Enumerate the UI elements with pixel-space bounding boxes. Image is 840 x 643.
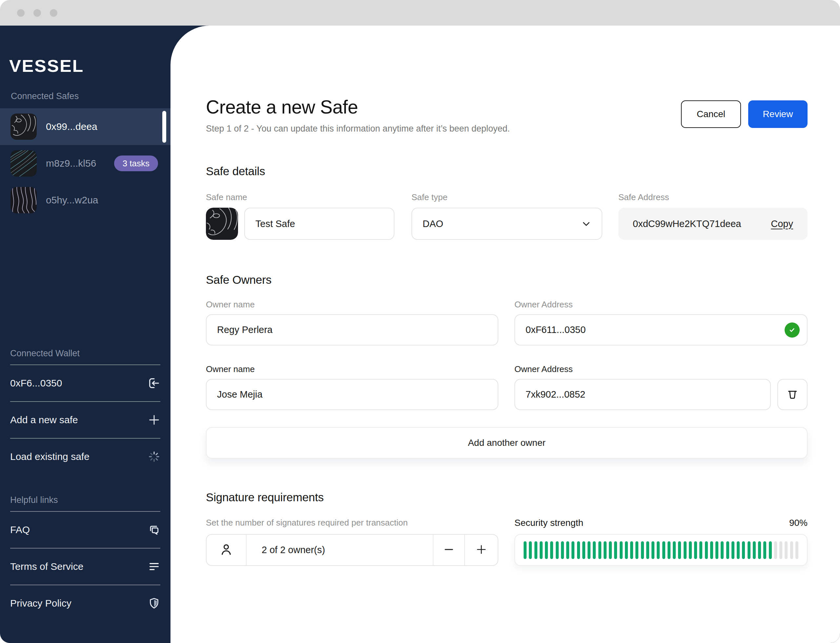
safe-type-select[interactable]: DAO [412, 208, 602, 240]
safe-name-group: Safe name [206, 192, 394, 240]
strength-segment-filled [598, 541, 601, 559]
list-icon [148, 560, 161, 573]
connected-wallet-label: Connected Wallet [0, 348, 171, 364]
strength-segment-filled [625, 541, 628, 559]
strength-segment-filled [582, 541, 585, 559]
safe-details-title: Safe details [206, 165, 807, 178]
strength-segment-filled [726, 541, 729, 559]
window-controls[interactable] [17, 9, 57, 17]
strength-segment-filled [673, 541, 676, 559]
review-button[interactable]: Review [748, 100, 807, 128]
increase-signatures-button[interactable] [464, 535, 498, 565]
security-column: Security strength 90% [514, 518, 807, 566]
owner-2-address-wrap [514, 379, 807, 410]
plus-icon [148, 413, 161, 426]
chevron-down-icon [581, 218, 592, 229]
privacy-policy-label: Privacy Policy [10, 598, 72, 609]
safe-address-value: 0xdC99wHe2KTQ71deea [633, 219, 741, 229]
owner-1-address-input[interactable] [514, 314, 807, 346]
faq-link[interactable]: FAQ [0, 512, 171, 548]
strength-segment-filled [742, 541, 745, 559]
safe-name-label: Safe name [206, 192, 394, 202]
strength-segment-filled [630, 541, 633, 559]
safe-address-label: Safe Address [619, 192, 807, 202]
main-panel: Create a new Safe Step 1 of 2 - You can … [171, 26, 840, 643]
decrease-signatures-button[interactable] [433, 535, 464, 565]
chat-icon [148, 523, 161, 536]
wallet-address-label: 0xF6...0350 [10, 378, 62, 389]
strength-segment-filled [667, 541, 671, 559]
owner-name-label: Owner name [206, 364, 498, 374]
strength-segment-filled [620, 541, 623, 559]
copy-address-link[interactable]: Copy [771, 219, 793, 229]
safe-owners-title: Safe Owners [206, 273, 807, 286]
strength-segment-filled [699, 541, 702, 559]
owner-2-address-input[interactable] [514, 379, 771, 410]
strength-segment-filled [609, 541, 612, 559]
delete-owner-button[interactable] [777, 379, 807, 410]
terms-of-service-label: Terms of Service [10, 561, 83, 572]
strength-segment-empty [785, 541, 788, 559]
add-new-safe-button[interactable]: Add a new safe [0, 402, 171, 438]
person-icon [219, 542, 234, 558]
sidebar-item-safe-1[interactable]: 0x99...deea [0, 108, 171, 145]
app-window: VESSEL Connected Safes 0x99...deea m8z9.… [0, 0, 840, 643]
connected-wallet-address[interactable]: 0xF6...0350 [0, 365, 171, 401]
window-control-dot[interactable] [17, 9, 24, 17]
strength-segment-filled [593, 541, 596, 559]
security-strength-label: Security strength [514, 518, 583, 528]
load-existing-safe-button[interactable]: Load existing safe [0, 439, 171, 475]
strength-segment-filled [588, 541, 591, 559]
owner-address-label: Owner Address [514, 300, 807, 310]
signature-requirements-title: Signature requirements [206, 491, 807, 504]
add-another-owner-button[interactable]: Add another owner [206, 427, 807, 459]
safe-type-group: Safe type DAO [412, 192, 602, 240]
terms-of-service-link[interactable]: Terms of Service [0, 548, 171, 584]
strength-segment-filled [651, 541, 654, 559]
page-subtitle: Step 1 of 2 - You can update this inform… [206, 124, 510, 134]
safe-item-label: 0x99...deea [46, 121, 98, 132]
strength-segment-empty [774, 541, 777, 559]
helpful-links-label: Helpful links [0, 495, 171, 511]
verified-check-icon [785, 323, 800, 338]
privacy-policy-link[interactable]: Privacy Policy [0, 585, 171, 621]
strength-segment-empty [779, 541, 782, 559]
window-control-dot[interactable] [50, 9, 57, 17]
safe-name-row [206, 208, 394, 240]
sidebar-item-safe-3[interactable]: o5hy...w2ua [0, 182, 171, 219]
strength-segment-filled [694, 541, 697, 559]
strength-segment-filled [540, 541, 543, 559]
trash-icon [786, 387, 799, 401]
sidebar-item-safe-2[interactable]: m8z9...kl56 3 tasks [0, 145, 171, 182]
strength-segment-filled [758, 541, 761, 559]
topo-teal-avatar [10, 150, 37, 176]
safe-item-label: o5hy...w2ua [46, 194, 98, 206]
window-control-dot[interactable] [33, 9, 41, 17]
owner-2-name-input[interactable] [206, 379, 498, 410]
owner-1-name-input[interactable] [206, 314, 498, 346]
signature-requirements-row: Set the number of signatures required pe… [206, 518, 807, 566]
strength-segment-filled [689, 541, 692, 559]
spacer [0, 475, 171, 495]
strength-segment-filled [545, 541, 548, 559]
sidebar-scrollbar[interactable] [162, 111, 166, 143]
minus-icon [443, 543, 455, 557]
strength-segment-filled [763, 541, 766, 559]
strength-segment-filled [753, 541, 756, 559]
strength-segment-filled [715, 541, 718, 559]
strength-segment-filled [524, 541, 527, 559]
safe-name-input[interactable] [244, 208, 394, 240]
safe-type-value: DAO [423, 219, 443, 229]
connected-safes-list: 0x99...deea m8z9...kl56 3 tasks o5hy...w… [0, 108, 171, 219]
page-header: Create a new Safe Step 1 of 2 - You can … [206, 98, 807, 134]
page-title: Create a new Safe [206, 98, 510, 116]
strength-segment-filled [641, 541, 644, 559]
strength-segment-filled [635, 541, 638, 559]
add-new-safe-label: Add a new safe [10, 415, 78, 426]
strength-segment-filled [550, 541, 553, 559]
owner-2-address-group: Owner Address [514, 364, 807, 410]
strength-segment-filled [657, 541, 660, 559]
strength-segment-filled [556, 541, 559, 559]
owner-address-label: Owner Address [514, 364, 807, 374]
cancel-button[interactable]: Cancel [681, 100, 741, 128]
